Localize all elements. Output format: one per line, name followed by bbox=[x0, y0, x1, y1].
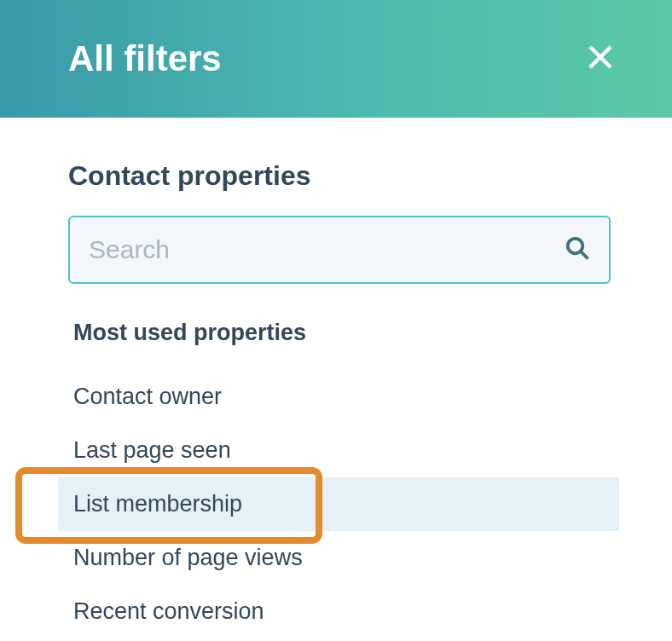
search-wrap bbox=[68, 216, 611, 284]
group-label: Most used properties bbox=[73, 320, 611, 346]
property-label: List membership bbox=[73, 491, 242, 517]
property-item-last-page-seen[interactable]: Last page seen bbox=[68, 424, 611, 477]
property-item-contact-owner[interactable]: Contact owner bbox=[68, 370, 611, 424]
property-label: Contact owner bbox=[73, 384, 222, 409]
property-label: Recent conversion bbox=[73, 598, 264, 624]
panel-title: All filters bbox=[68, 38, 222, 79]
search-input[interactable] bbox=[68, 216, 611, 284]
property-label: Last page seen bbox=[73, 437, 231, 463]
property-list: Contact owner Last page seen List member… bbox=[68, 370, 611, 638]
property-item-number-of-page-views[interactable]: Number of page views bbox=[68, 531, 611, 585]
panel-content: Contact properties Most used properties … bbox=[0, 118, 672, 638]
close-button[interactable] bbox=[580, 38, 621, 79]
property-label: Number of page views bbox=[73, 545, 303, 570]
property-item-recent-conversion[interactable]: Recent conversion bbox=[68, 585, 611, 638]
panel-header: All filters bbox=[0, 0, 672, 118]
close-icon bbox=[585, 42, 616, 76]
section-title: Contact properties bbox=[68, 160, 611, 192]
property-item-list-membership[interactable]: List membership bbox=[58, 477, 619, 531]
